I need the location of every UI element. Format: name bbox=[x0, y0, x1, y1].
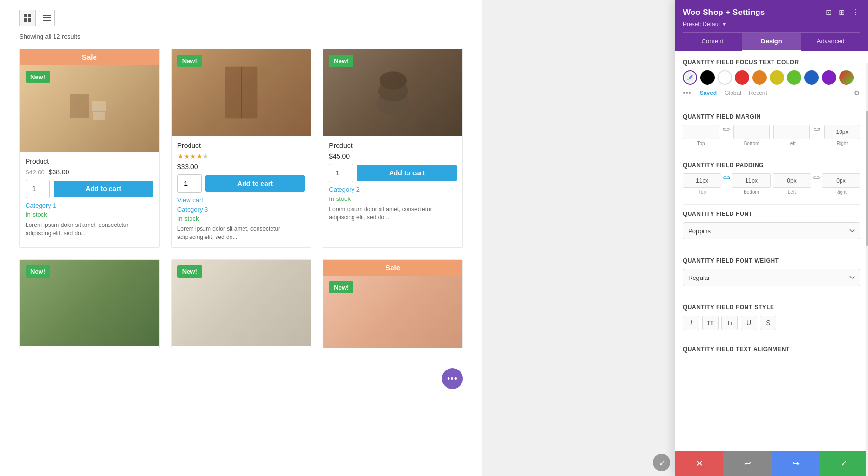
product-card: Sale New! bbox=[323, 259, 463, 348]
more-options-button[interactable]: ⋮ bbox=[851, 7, 860, 18]
settings-gear-icon[interactable]: ⚙ bbox=[854, 89, 860, 97]
eyedropper-color-swatch[interactable] bbox=[683, 70, 697, 85]
product-description: Lorem ipsum dolor sit amet, consectetur … bbox=[329, 205, 457, 222]
padding-link-icon[interactable] bbox=[723, 173, 730, 182]
new-badge: New! bbox=[26, 71, 50, 83]
qty-font-style-label: Quantity Field Font Style bbox=[683, 304, 860, 311]
recent-tab[interactable]: Recent bbox=[746, 89, 770, 97]
section-divider bbox=[683, 107, 860, 107]
undo-button[interactable]: ↩ bbox=[723, 451, 772, 476]
cancel-button[interactable]: ✕ bbox=[675, 451, 723, 476]
tab-design[interactable]: Design bbox=[742, 33, 801, 51]
margin-right-input[interactable] bbox=[824, 125, 860, 139]
category-link[interactable]: Category 2 bbox=[329, 186, 457, 193]
section-divider bbox=[683, 251, 860, 251]
underline-style-button[interactable]: U bbox=[741, 316, 757, 330]
showing-results-text: Showing all 12 results bbox=[19, 33, 463, 40]
redo-button[interactable]: ↪ bbox=[772, 451, 820, 476]
save-button[interactable]: ✓ bbox=[820, 451, 868, 476]
purple-color-swatch[interactable] bbox=[822, 70, 836, 85]
padding-left-group: Left bbox=[773, 173, 811, 195]
add-to-cart-button[interactable]: Add to cart bbox=[205, 175, 305, 192]
qty-font-weight-label: Quantity Field Font Weight bbox=[683, 257, 860, 264]
black-color-swatch[interactable] bbox=[700, 70, 715, 85]
padding-top-input[interactable] bbox=[683, 173, 721, 188]
add-to-cart-button[interactable]: Add to cart bbox=[54, 181, 153, 197]
margin-link2-icon[interactable] bbox=[814, 125, 820, 133]
qty-font-label: Quantity Field Font bbox=[683, 211, 860, 217]
save-icon: ✓ bbox=[841, 458, 848, 469]
global-tab[interactable]: Global bbox=[721, 89, 744, 97]
product-price: $45.00 bbox=[329, 152, 457, 160]
smallcaps-style-button[interactable]: Tт bbox=[721, 316, 738, 330]
product-info: Product $42.00 $38.00 Add to cart Catego… bbox=[20, 152, 159, 243]
margin-left-input[interactable] bbox=[773, 125, 810, 139]
list-view-button[interactable] bbox=[39, 10, 55, 26]
product-name: Product bbox=[329, 142, 457, 149]
green-color-swatch[interactable] bbox=[787, 70, 801, 85]
product-image: New! bbox=[323, 276, 462, 348]
margin-left-group: Left bbox=[773, 125, 810, 146]
gradient-color-swatch[interactable] bbox=[839, 70, 854, 85]
quantity-input[interactable] bbox=[177, 174, 202, 193]
new-badge: New! bbox=[177, 55, 202, 67]
blue-color-swatch[interactable] bbox=[804, 70, 819, 85]
padding-left-input[interactable] bbox=[773, 173, 811, 188]
sale-price: $38.00 bbox=[49, 168, 69, 176]
category-link[interactable]: Category 1 bbox=[26, 202, 153, 209]
panel-title-row: Woo Shop + Settings ⊡ ⊞ ⋮ bbox=[683, 7, 860, 18]
margin-inputs: Top Bottom Left bbox=[683, 125, 860, 146]
quantity-input[interactable] bbox=[329, 164, 353, 182]
redo-icon: ↪ bbox=[792, 458, 800, 469]
svg-point-14 bbox=[380, 71, 407, 90]
quantity-input[interactable] bbox=[26, 180, 50, 198]
white-color-swatch[interactable] bbox=[718, 70, 732, 85]
strikethrough-style-button[interactable]: S bbox=[760, 316, 776, 330]
corner-settings-icon[interactable]: ↙ bbox=[653, 454, 670, 471]
view-cart-link[interactable]: View cart bbox=[177, 197, 305, 204]
add-to-cart-button[interactable]: Add to cart bbox=[357, 165, 457, 181]
margin-bottom-input[interactable] bbox=[733, 125, 770, 139]
yellow-color-swatch[interactable] bbox=[770, 70, 784, 85]
tab-advanced[interactable]: Advanced bbox=[801, 33, 860, 51]
margin-link-icon[interactable] bbox=[723, 125, 730, 133]
red-color-swatch[interactable] bbox=[735, 70, 749, 85]
font-dropdown[interactable]: Poppins bbox=[683, 222, 860, 239]
floating-dots-button[interactable]: ••• bbox=[442, 368, 463, 389]
scrollbar-thumb[interactable] bbox=[866, 111, 868, 246]
margin-top-input[interactable] bbox=[683, 125, 719, 139]
preset-label[interactable]: Preset: Default bbox=[683, 21, 721, 27]
panel-header: Woo Shop + Settings ⊡ ⊞ ⋮ Preset: Defaul… bbox=[675, 0, 868, 51]
grid-view-button[interactable] bbox=[19, 10, 36, 26]
add-to-cart-row: Add to cart bbox=[329, 164, 457, 182]
font-style-buttons: I TT Tт U S bbox=[683, 316, 860, 330]
more-dots-icon[interactable]: ••• bbox=[683, 89, 691, 97]
tab-content[interactable]: Content bbox=[683, 33, 742, 51]
panel-preset: Preset: Default ▾ bbox=[683, 21, 860, 27]
product-description: Lorem ipsum dolor sit amet, consectetur … bbox=[177, 225, 305, 241]
add-to-cart-row: Add to cart bbox=[26, 180, 153, 198]
scrollbar-track bbox=[866, 63, 868, 476]
font-weight-dropdown[interactable]: Regular bbox=[683, 269, 860, 286]
panel-title: Woo Shop + Settings bbox=[683, 8, 765, 17]
margin-right-group: Right bbox=[824, 125, 860, 146]
qty-text-alignment-section: Quantity Field Text Alignment bbox=[683, 346, 860, 353]
allcaps-style-button[interactable]: TT bbox=[702, 316, 719, 330]
svg-rect-0 bbox=[24, 14, 27, 17]
padding-right-input[interactable] bbox=[822, 173, 860, 188]
expand-icon-button[interactable]: ⊞ bbox=[838, 7, 846, 18]
responsive-icon-button[interactable]: ⊡ bbox=[825, 7, 833, 18]
sale-price: $33.00 bbox=[177, 163, 198, 171]
product-card: New! bbox=[19, 259, 160, 348]
qty-font-style-section: Quantity Field Font Style I TT Tт U S bbox=[683, 304, 860, 330]
panel-footer: ✕ ↩ ↪ ✓ bbox=[675, 451, 868, 476]
padding-bottom-input[interactable] bbox=[732, 173, 771, 188]
qty-focus-color-label: Quantity Field Focus Text Color bbox=[683, 59, 860, 66]
padding-link2-icon[interactable] bbox=[813, 173, 820, 182]
category-link[interactable]: Category 3 bbox=[177, 206, 305, 213]
italic-style-button[interactable]: I bbox=[683, 316, 699, 330]
saved-tab[interactable]: Saved bbox=[697, 89, 719, 97]
product-image: New! bbox=[172, 260, 311, 346]
qty-font-weight-section: Quantity Field Font Weight Regular bbox=[683, 257, 860, 288]
orange-color-swatch[interactable] bbox=[752, 70, 767, 85]
